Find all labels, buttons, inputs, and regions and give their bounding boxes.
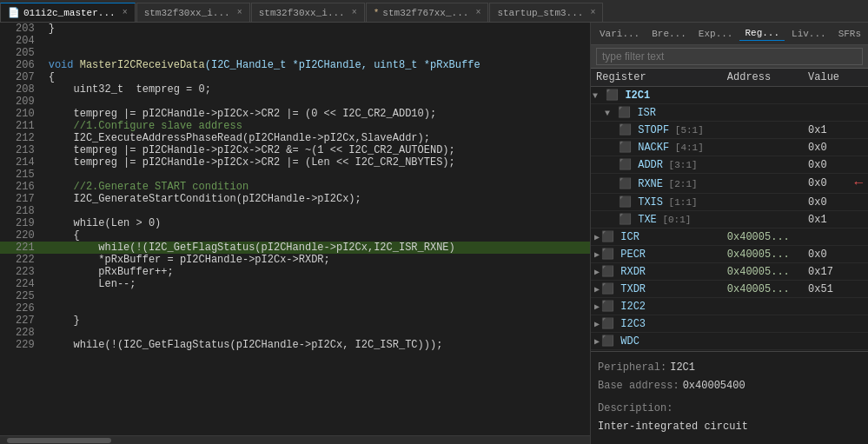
tab-close[interactable]: × — [590, 8, 595, 17]
code-line-219: 219 while(Len > 0) — [0, 217, 590, 229]
reg-cell-value: 0x0 — [803, 174, 849, 194]
expand-arrow[interactable]: ▼ — [605, 109, 610, 118]
reg-cell-arrow — [849, 139, 868, 156]
token: void — [49, 59, 80, 71]
reg-row[interactable]: ▶⬛ PECR 0x40005... 0x0 — [591, 246, 868, 263]
line-code: } — [45, 315, 590, 327]
line-code: while(!(I2C_GetFlagStatus(pI2CHandle->pI… — [45, 339, 590, 351]
peripheral-info: Peripheral: I2C1 Base address: 0x4000540… — [591, 351, 868, 444]
reg-cell-arrow — [849, 87, 868, 104]
reg-row[interactable]: ⬛ TXIS [1:1] 0x0 — [591, 194, 868, 211]
reg-row[interactable]: ⬛ ADDR [3:1] 0x0 — [591, 156, 868, 174]
reg-cell-name: ▼ ⬛ I2C1 — [591, 87, 722, 104]
tab-close[interactable]: × — [475, 8, 480, 17]
reg-cell-name: ⬛ RXNE [2:1] — [591, 174, 722, 194]
reg-row[interactable]: ▶⬛ I2C3 — [591, 315, 868, 333]
tab-icon: 📄 — [8, 7, 20, 18]
code-line-225: 225 — [0, 290, 590, 302]
line-number: 210 — [0, 108, 45, 120]
tab-label: stm32f30xx_i... — [144, 8, 230, 18]
reg-row[interactable]: ⬛ TXE [0:1] 0x1 — [591, 211, 868, 229]
reg-row[interactable]: ▶⬛ TXDR 0x40005... 0x51 — [591, 281, 868, 298]
code-panel: 203}204205206void MasterI2CReceiveData(I… — [0, 23, 590, 444]
line-number: 216 — [0, 181, 45, 193]
expand-arrow[interactable]: ▶ — [594, 285, 600, 295]
reg-row[interactable]: ⬛ NACKF [4:1] 0x0 — [591, 139, 868, 156]
rp-tab-bre[interactable]: Bre... — [646, 27, 692, 41]
expand-arrow[interactable]: ▶ — [594, 337, 600, 347]
expand-arrow[interactable]: ▶ — [594, 320, 600, 329]
tab-stm32f767[interactable]: * stm32f767xx_... × — [366, 3, 489, 22]
code-line-211: 211 //1.Configure slave address — [0, 120, 590, 132]
expand-arrow[interactable]: ▼ — [593, 91, 598, 101]
tab-close[interactable]: × — [237, 8, 242, 17]
tab-bar: 📄 011i2c_master... × stm32f30xx_i... × s… — [0, 0, 868, 23]
code-content[interactable]: 203}204205206void MasterI2CReceiveData(I… — [0, 23, 590, 435]
reg-row[interactable]: ▶⬛ RXDR 0x40005... 0x17 — [591, 263, 868, 281]
scrollbar-thumb[interactable] — [7, 438, 111, 443]
rp-tab-liv[interactable]: Liv... — [786, 27, 832, 41]
code-line-217: 217 I2C_GenerateStartCondition(pI2CHandl… — [0, 193, 590, 205]
reg-cell-value: 0x51 — [803, 281, 849, 298]
reg-cell-address — [722, 194, 803, 211]
line-code — [45, 169, 590, 181]
rp-tab-vari[interactable]: Vari... — [594, 27, 645, 41]
reg-cell-arrow — [849, 104, 868, 122]
right-panel: Vari... Bre... Exp... Reg... Liv... SFRs… — [590, 23, 868, 444]
expand-arrow[interactable]: ▶ — [594, 268, 600, 277]
line-number: 224 — [0, 278, 45, 290]
reg-cell-value: 0x0 — [803, 139, 849, 156]
tab-close[interactable]: × — [352, 8, 357, 17]
reg-cell-name: ⬛ TXE [0:1] — [591, 211, 722, 229]
line-number: 227 — [0, 315, 45, 327]
token: { — [49, 229, 80, 242]
base-address-value: 0x40005400 — [683, 377, 745, 396]
code-line-226: 226 — [0, 302, 590, 315]
reg-row[interactable]: ▶⬛ I2C2 — [591, 298, 868, 315]
tab-011i2c[interactable]: 📄 011i2c_master... × — [0, 3, 136, 22]
expand-arrow[interactable]: ▶ — [594, 302, 600, 312]
line-code: tempreg |= pI2CHandle->pI2Cx->CR2 |= (Le… — [45, 156, 590, 169]
line-number: 203 — [0, 23, 45, 35]
reg-cell-name: ▶⬛ RXDR — [591, 263, 722, 281]
horizontal-scrollbar[interactable] — [0, 435, 590, 444]
line-number: 222 — [0, 254, 45, 266]
reg-row-isr[interactable]: ▼ ⬛ ISR — [591, 104, 868, 122]
reg-row[interactable]: ⬛ RXNE [2:1] 0x0 ← — [591, 174, 868, 194]
line-code: { — [45, 229, 590, 242]
rp-tab-exp[interactable]: Exp... — [693, 27, 739, 41]
reg-cell-name: ▶⬛ PECR — [591, 246, 722, 263]
token: *pRxBuffer = pI2CHandle->pI2Cx->RXDR; — [49, 254, 330, 266]
reg-cell-address — [722, 104, 803, 122]
token: I2C_GenerateStartCondition(pI2CHandle->p… — [49, 193, 361, 205]
expand-arrow[interactable]: ▶ — [594, 233, 600, 242]
rp-tab-sfrs[interactable]: SFRs — [833, 27, 866, 41]
expand-arrow[interactable]: ▶ — [594, 250, 600, 260]
reg-row[interactable]: ▶⬛ WDC — [591, 333, 868, 350]
reg-cell-address: 0x40005... — [722, 246, 803, 263]
tab-stm32f30xx-2[interactable]: stm32f30xx_i... × — [251, 3, 365, 22]
reg-row[interactable]: ⬛ STOPF [5:1] 0x1 — [591, 122, 868, 139]
description-value: Inter-integrated circuit — [598, 418, 748, 437]
reg-row[interactable]: ▶⬛ ICR 0x40005... — [591, 229, 868, 246]
tab-stm32f30xx-1[interactable]: stm32f30xx_i... × — [136, 3, 250, 22]
register-table-container[interactable]: Register Address Value ▼ ⬛ I2C1 ▼ ⬛ ISR … — [591, 69, 868, 351]
line-code — [45, 96, 590, 108]
line-code: Len--; — [45, 278, 590, 290]
reg-cell-value: 0x1 — [803, 211, 849, 229]
token: } — [49, 23, 55, 35]
token: tempreg |= pI2CHandle->pI2Cx->CR2 |= (0 … — [49, 108, 436, 120]
filter-input[interactable] — [596, 48, 863, 65]
rp-tab-reg[interactable]: Reg... — [739, 26, 785, 41]
tab-startup[interactable]: startup_stm3... × — [489, 3, 603, 22]
tab-modified-indicator: * — [374, 8, 380, 18]
reg-cell-arrow: ← — [849, 174, 868, 194]
tab-close[interactable]: × — [123, 8, 128, 17]
col-register: Register — [591, 69, 722, 87]
code-line-229: 229 while(!(I2C_GetFlagStatus(pI2CHandle… — [0, 339, 590, 351]
reg-row-i2c1[interactable]: ▼ ⬛ I2C1 — [591, 87, 868, 104]
line-code: I2C_ExecuteAddressPhaseRead(pI2CHandle->… — [45, 132, 590, 144]
reg-cell-value: 0x0 — [803, 194, 849, 211]
token: //1.Configure slave address — [49, 120, 242, 132]
reg-cell-name: ⬛ TXIS [1:1] — [591, 194, 722, 211]
